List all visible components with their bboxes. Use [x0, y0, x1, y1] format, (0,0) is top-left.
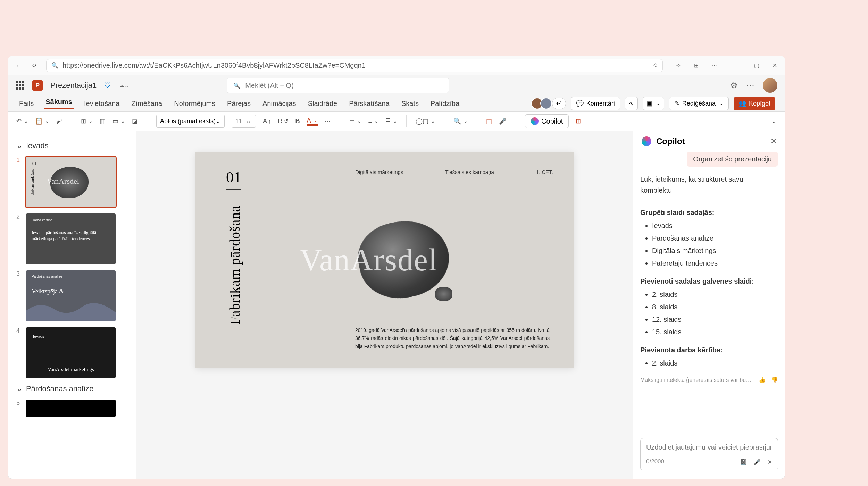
settings-icon[interactable]: ⚙: [730, 81, 738, 90]
tab-insert[interactable]: Ievietošana: [83, 100, 121, 108]
copilot-button[interactable]: Copilot: [525, 114, 569, 128]
dictate-button[interactable]: 🎤: [499, 117, 507, 125]
shapes-button[interactable]: ◯▢: [416, 117, 435, 125]
copilot-icon: [531, 117, 539, 125]
maximize-icon[interactable]: ▢: [752, 61, 761, 70]
more-font-button[interactable]: ⋯: [325, 117, 331, 125]
char-count: 0/2000: [646, 458, 664, 465]
present-button[interactable]: ▣: [643, 97, 664, 110]
collections-icon[interactable]: ⊞: [692, 61, 700, 70]
ribbon-collapse-button[interactable]: ⌄: [771, 117, 777, 125]
workspace: ⌄Ievads 1 01 Fabrikam pārdošana VanArsde…: [8, 131, 785, 479]
search-box[interactable]: 🔍: [227, 78, 449, 93]
copilot-header: Copilot ✕: [633, 131, 785, 152]
tab-slideshow[interactable]: Slaidrāde: [307, 100, 339, 108]
tab-draw[interactable]: Zīmēšana: [130, 100, 164, 108]
catchup-button[interactable]: ∿: [625, 97, 638, 110]
ribbon-tabs: Fails Sākums Ievietošana Zīmēšana Noform…: [8, 95, 785, 111]
slide-number: 1: [16, 157, 21, 207]
font-size-select[interactable]: 11 ⌄: [232, 115, 256, 128]
app-launcher-icon[interactable]: [16, 81, 25, 90]
section-header[interactable]: ⌄Ievads: [16, 141, 128, 150]
send-icon[interactable]: ➤: [768, 459, 772, 465]
share-icon: 👥: [738, 100, 746, 107]
search-input[interactable]: [245, 82, 442, 90]
tab-file[interactable]: Fails: [18, 100, 35, 108]
comment-icon: 💬: [576, 100, 584, 107]
app-header: P Prezentācija1 🛡 ☁⌄ 🔍 ⚙ ⋯: [8, 75, 785, 95]
more-icon[interactable]: ⋯: [746, 81, 754, 90]
comments-button[interactable]: 💬Komentāri: [571, 97, 620, 110]
mic-icon[interactable]: 🎤: [754, 459, 761, 465]
new-slide-button[interactable]: ⊞: [81, 117, 93, 125]
close-icon[interactable]: ✕: [770, 61, 779, 70]
slide-tags: Digitālais mārketings Tiešsaistes kampaņ…: [355, 169, 553, 175]
grid-view-button[interactable]: ⊞: [576, 117, 581, 125]
app-window: ← ⟳ 🔍 https://onedrive.live.com/:w:/t/Ea…: [8, 56, 785, 479]
slide-body-text: 2019. gadā VanArsdel'a pārdošanas apjoms…: [355, 326, 550, 351]
font-color-button[interactable]: A: [307, 117, 318, 126]
powerpoint-logo-icon: P: [32, 80, 43, 91]
document-title[interactable]: Prezentācija1: [50, 81, 97, 90]
slide-thumbnail-5[interactable]: [26, 400, 116, 417]
slide-number: 3: [16, 270, 21, 321]
more-icon[interactable]: ⋯: [710, 61, 718, 70]
numbering-button[interactable]: ≡: [368, 118, 379, 125]
slide-big-number: 01: [226, 168, 241, 190]
thumbs-up-icon[interactable]: 👍: [759, 376, 766, 385]
back-icon[interactable]: ←: [14, 61, 23, 70]
designer-pane-button[interactable]: ▤: [486, 117, 492, 125]
slide-vertical-title: Fabrikam pārdošana: [227, 206, 243, 325]
format-painter-button[interactable]: 🖌: [56, 118, 62, 125]
tab-help[interactable]: Palīdzība: [429, 100, 461, 108]
layout-button[interactable]: ▦: [100, 117, 106, 125]
tab-review[interactable]: Pārskatīšana: [348, 100, 391, 108]
section-button[interactable]: ▭: [112, 117, 125, 125]
copilot-response: Lūk, ieteikums, kā strukturēt savu kompl…: [640, 174, 778, 385]
collaborators[interactable]: +4: [534, 98, 566, 109]
share-button[interactable]: 👥Kopīgot: [734, 97, 775, 110]
refresh-icon[interactable]: ⟳: [30, 61, 39, 70]
slide-thumbnail-1[interactable]: 01 Fabrikam pārdošana VanArsdel: [26, 157, 116, 207]
find-button[interactable]: 🔍: [453, 117, 468, 125]
shield-icon[interactable]: 🛡: [104, 82, 111, 90]
slide-thumbnail-2[interactable]: Darba kārtība Ievads: pārdošanas analīze…: [26, 213, 116, 264]
section-header[interactable]: ⌄Pārdošanas analīze: [16, 384, 128, 393]
collab-more[interactable]: +4: [552, 98, 566, 109]
user-avatar[interactable]: [763, 78, 777, 93]
more-commands-button[interactable]: ⋯: [588, 117, 594, 125]
cloud-sync-icon[interactable]: ☁⌄: [119, 82, 129, 89]
tab-home[interactable]: Sākums: [44, 98, 74, 109]
font-name-select[interactable]: Aptos (pamatteksts)⌄: [156, 115, 225, 128]
tab-design[interactable]: Noformējums: [173, 100, 217, 108]
url-bar[interactable]: 🔍 https://onedrive.live.com/:w:/t/EaCKkP…: [46, 59, 663, 72]
clear-format-button[interactable]: R↺: [278, 118, 289, 125]
thumbs-down-icon[interactable]: 👎: [771, 376, 778, 385]
slide-number: 4: [16, 327, 21, 378]
tab-animations[interactable]: Animācijas: [261, 100, 298, 108]
minimize-icon[interactable]: ―: [734, 61, 743, 70]
designer-button[interactable]: ◪: [132, 117, 138, 125]
editing-mode-button[interactable]: ✎Rediģēšana: [669, 97, 729, 110]
bold-button[interactable]: B: [295, 118, 300, 125]
bullets-button[interactable]: ☰: [349, 117, 361, 125]
tab-view[interactable]: Skats: [400, 100, 420, 108]
copilot-input[interactable]: [646, 443, 772, 451]
undo-button[interactable]: ↶: [16, 117, 28, 125]
slide-canvas[interactable]: 01 Fabrikam pārdošana Digitālais mārketi…: [195, 152, 574, 368]
canvas-area[interactable]: 01 Fabrikam pārdošana Digitālais mārketi…: [136, 131, 633, 479]
notebook-icon[interactable]: 📓: [740, 459, 747, 465]
paste-button[interactable]: 📋: [35, 117, 49, 125]
slide-thumbnail-4[interactable]: Ievads VanArsdel mārketings: [26, 327, 116, 378]
slide-thumbnail-3[interactable]: Pārdošanas analīze Veiktspēja &: [26, 270, 116, 321]
tab-transitions[interactable]: Pārejas: [226, 100, 252, 108]
brand-watermark: VanArsdel: [300, 242, 438, 278]
close-icon[interactable]: ✕: [770, 137, 777, 146]
align-button[interactable]: ≣: [385, 117, 397, 125]
favorite-icon[interactable]: ✩: [653, 62, 658, 69]
star-icon[interactable]: ✧: [674, 61, 682, 70]
copilot-input-box[interactable]: 0/2000 📓 🎤 ➤: [640, 438, 778, 470]
chevron-down-icon: ⌄: [16, 141, 23, 150]
collab-avatar[interactable]: [540, 98, 552, 109]
increase-font-button[interactable]: A↑: [263, 118, 271, 125]
